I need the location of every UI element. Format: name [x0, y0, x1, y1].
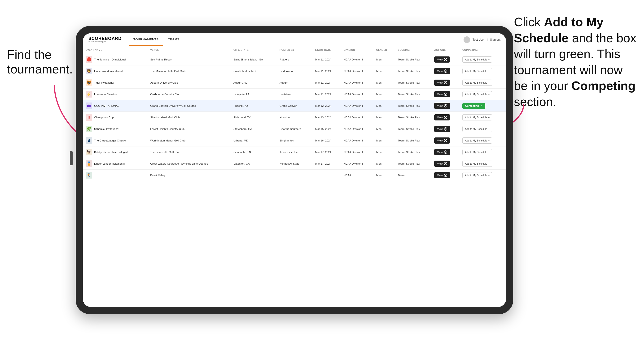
- plus-icon: +: [488, 70, 490, 72]
- hosted-by-cell: Houston: [277, 112, 312, 123]
- competing-cell: Add to My Schedule +: [460, 158, 506, 170]
- view-button[interactable]: View: [434, 56, 450, 63]
- team-logo: 🦅: [86, 149, 92, 156]
- event-name-text: Tiger Invitational: [94, 81, 114, 85]
- table-header-row: EVENT NAME VENUE CITY, STATE HOSTED BY S…: [83, 46, 506, 54]
- start-date-cell: Mar 11, 2024: [312, 89, 341, 100]
- gender-cell: Men: [374, 112, 395, 123]
- table-row: H Champions Cup Shadow Hawk Golf ClubRic…: [83, 112, 506, 123]
- view-button[interactable]: View: [434, 91, 450, 97]
- division-cell: NCAA Division I: [341, 100, 374, 112]
- venue-cell: Great Waters Course At Reynolds Lake Oco…: [147, 158, 230, 170]
- competing-cell: Add to My Schedule +: [460, 147, 506, 158]
- gender-cell: Men: [374, 65, 395, 77]
- hosted-by-cell: Binghamton: [277, 135, 312, 147]
- event-name-cell: 🐯 Tiger Invitational: [83, 77, 147, 89]
- view-button[interactable]: View: [434, 149, 450, 155]
- team-logo: 🏅: [86, 160, 92, 167]
- start-date-cell: Mar 11, 2024: [312, 77, 341, 89]
- plus-icon: +: [488, 151, 490, 154]
- scoring-cell: Team, Stroke Play: [395, 123, 432, 135]
- actions-cell: View: [432, 135, 460, 147]
- add-to-schedule-button[interactable]: Add to My Schedule +: [462, 114, 492, 120]
- add-schedule-label: Add to My Schedule: [465, 139, 487, 142]
- user-label: Test User: [472, 38, 484, 41]
- scoring-cell: Team, Stroke Play: [395, 100, 432, 112]
- add-to-schedule-button[interactable]: Add to My Schedule +: [462, 149, 492, 155]
- view-button[interactable]: View: [434, 126, 450, 132]
- view-icon: [444, 116, 447, 119]
- venue-cell: Shadow Hawk Golf Club: [147, 112, 230, 123]
- hosted-by-cell: Rutgers: [277, 54, 312, 65]
- team-logo: B: [86, 137, 92, 144]
- event-name-text: Champions Cup: [94, 116, 114, 119]
- view-icon: [444, 139, 447, 142]
- city-state-cell: Phoenix, AZ: [230, 100, 277, 112]
- competing-cell: Add to My Schedule +: [460, 170, 506, 181]
- add-schedule-label: Add to My Schedule: [465, 128, 487, 130]
- plus-icon: +: [488, 58, 490, 61]
- city-state-cell: [230, 170, 277, 181]
- side-tab: [70, 151, 72, 165]
- sign-out-link[interactable]: Sign out: [490, 38, 500, 41]
- add-to-schedule-button[interactable]: Add to My Schedule +: [462, 56, 492, 63]
- view-button[interactable]: View: [434, 68, 450, 74]
- competing-cell: Competing ✓: [460, 100, 506, 112]
- view-button[interactable]: View: [434, 114, 450, 120]
- col-actions: ACTIONS: [432, 46, 460, 54]
- add-to-schedule-button[interactable]: Add to My Schedule +: [462, 91, 492, 97]
- view-button[interactable]: View: [434, 80, 450, 86]
- scoring-cell: Team, Stroke Play: [395, 112, 432, 123]
- division-cell: NCAA Division I: [341, 77, 374, 89]
- team-logo: H: [86, 114, 92, 121]
- city-state-cell: Urbana, MD: [230, 135, 277, 147]
- event-name-cell: ⚡ Louisiana Classics: [83, 89, 147, 100]
- gender-cell: Men: [374, 100, 395, 112]
- add-to-schedule-button[interactable]: Add to My Schedule +: [462, 172, 492, 178]
- plus-icon: +: [488, 162, 490, 165]
- actions-cell: View: [432, 65, 460, 77]
- add-to-schedule-button[interactable]: Add to My Schedule +: [462, 68, 492, 74]
- table-row: 🌿 Schenkel Invitational Forest Heights C…: [83, 123, 506, 135]
- event-name-cell: 🏌: [83, 170, 147, 181]
- table-row: B The Carpetbagger Classic Worthington M…: [83, 135, 506, 147]
- view-button[interactable]: View: [434, 138, 450, 144]
- view-button[interactable]: View: [434, 172, 450, 178]
- add-schedule-label: Add to My Schedule: [465, 162, 487, 165]
- checkmark-icon: ✓: [480, 104, 482, 107]
- team-logo: 🔴: [86, 56, 92, 63]
- add-to-schedule-button[interactable]: Add to My Schedule +: [462, 138, 492, 144]
- tab-teams[interactable]: TEAMS: [163, 33, 184, 46]
- start-date-cell: Mar 13, 2024: [312, 112, 341, 123]
- city-state-cell: Statesboro, GA: [230, 123, 277, 135]
- table-row: 🔴 The Johnnie - O Individual Sea Palms R…: [83, 54, 506, 65]
- col-division: DIVISION: [341, 46, 374, 54]
- actions-cell: View: [432, 100, 460, 112]
- add-to-schedule-button[interactable]: Add to My Schedule +: [462, 126, 492, 132]
- actions-cell: View: [432, 170, 460, 181]
- tab-tournaments[interactable]: TOURNAMENTS: [129, 33, 163, 46]
- competing-button[interactable]: Competing ✓: [462, 103, 485, 109]
- table-container: EVENT NAME VENUE CITY, STATE HOSTED BY S…: [83, 46, 506, 307]
- add-to-schedule-button[interactable]: Add to My Schedule +: [462, 80, 492, 86]
- view-button[interactable]: View: [434, 161, 450, 167]
- city-state-cell: Sevierville, TN: [230, 147, 277, 158]
- division-cell: NCAA Division I: [341, 65, 374, 77]
- city-state-cell: Saint Simons Island, GA: [230, 54, 277, 65]
- actions-cell: View: [432, 89, 460, 100]
- city-state-cell: Auburn, AL: [230, 77, 277, 89]
- col-gender: GENDER: [374, 46, 395, 54]
- add-to-schedule-button[interactable]: Add to My Schedule +: [462, 161, 492, 167]
- table-row: 🦅 Bobby Nichols Intercollegiate The Sevi…: [83, 147, 506, 158]
- venue-cell: Sea Palms Resort: [147, 54, 230, 65]
- tablet-screen: SCOREBOARD Powered by clippd TOURNAMENTS…: [83, 33, 506, 307]
- scoring-cell: Team, Stroke Play: [395, 54, 432, 65]
- view-button[interactable]: View: [434, 103, 450, 109]
- plus-icon: +: [488, 128, 490, 130]
- gender-cell: Men: [374, 77, 395, 89]
- view-icon: [444, 93, 447, 96]
- start-date-cell: Mar 16, 2024: [312, 135, 341, 147]
- table-row: 🏅 Linger Longer Invitational Great Water…: [83, 158, 506, 170]
- event-name-text: Louisiana Classics: [94, 93, 116, 96]
- logo-text: SCOREBOARD: [88, 36, 122, 41]
